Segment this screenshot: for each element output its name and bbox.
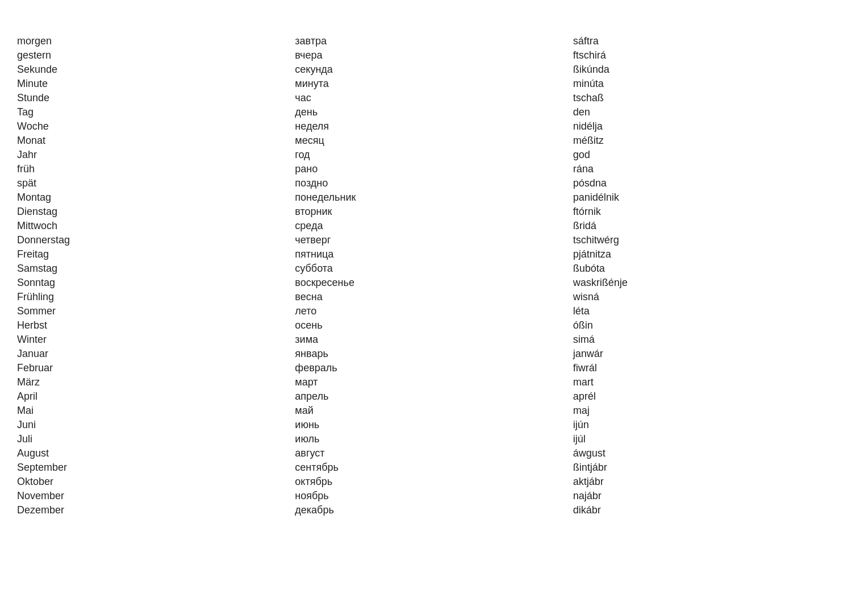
german-word: Mittwoch	[17, 219, 295, 233]
table-row: Winterзимаsimá	[17, 333, 851, 347]
russian-word: месяц	[295, 134, 573, 148]
german-word: Montag	[17, 190, 295, 205]
sorbian-word: méßitz	[573, 134, 851, 148]
german-word: Donnerstag	[17, 233, 295, 247]
german-word: Juni	[17, 418, 295, 432]
german-word: Winter	[17, 333, 295, 347]
table-row: Sonntagвоскресеньеwaskrißénje	[17, 276, 851, 290]
table-row: gesternвчераftschirá	[17, 48, 851, 63]
russian-word: четверг	[295, 233, 573, 247]
sorbian-word: panidélnik	[573, 190, 851, 205]
german-word: Freitag	[17, 247, 295, 262]
table-row: Januarянварьjanwár	[17, 347, 851, 361]
russian-word: поздно	[295, 176, 573, 190]
german-word: Herbst	[17, 318, 295, 333]
sorbian-word: óßin	[573, 318, 851, 333]
sorbian-word: simá	[573, 333, 851, 347]
sorbian-word: nidélja	[573, 119, 851, 134]
russian-word: апрель	[295, 389, 573, 404]
german-word: Minute	[17, 77, 295, 91]
vocabulary-table: morgenзавтраsáftragesternвчераftschiráSe…	[17, 34, 851, 517]
russian-word: сентябрь	[295, 460, 573, 475]
german-word: November	[17, 489, 295, 503]
sorbian-word: janwár	[573, 347, 851, 361]
russian-word: март	[295, 375, 573, 389]
russian-word: рано	[295, 162, 573, 176]
sorbian-word: god	[573, 148, 851, 162]
sorbian-word: mart	[573, 375, 851, 389]
russian-word: октябрь	[295, 475, 573, 489]
table-row: Freitagпятницаpjátnitza	[17, 247, 851, 262]
table-row: Tagденьden	[17, 105, 851, 119]
russian-word: весна	[295, 290, 573, 304]
russian-word: лето	[295, 304, 573, 318]
german-word: Woche	[17, 119, 295, 134]
table-row: Maiмайmaj	[17, 404, 851, 418]
table-row: Aprilапрельaprél	[17, 389, 851, 404]
german-word: Tag	[17, 105, 295, 119]
sorbian-word: fiwrál	[573, 361, 851, 375]
sorbian-word: wisná	[573, 290, 851, 304]
sorbian-word: waskrißénje	[573, 276, 851, 290]
sorbian-word: najábr	[573, 489, 851, 503]
russian-word: февраль	[295, 361, 573, 375]
russian-word: завтра	[295, 34, 573, 48]
table-row: Oktoberоктябрьaktjábr	[17, 475, 851, 489]
table-row: Novemberноябрьnajábr	[17, 489, 851, 503]
sorbian-word: ßintjábr	[573, 460, 851, 475]
german-word: Jahr	[17, 148, 295, 162]
table-row: spätпоздноpósdna	[17, 176, 851, 190]
sorbian-word: aprél	[573, 389, 851, 404]
table-row: Stundeчасtschaß	[17, 91, 851, 105]
russian-word: секунда	[295, 63, 573, 77]
sorbian-word: léta	[573, 304, 851, 318]
german-word: Samstag	[17, 262, 295, 276]
german-word: Dienstag	[17, 205, 295, 219]
table-row: Juniиюньijún	[17, 418, 851, 432]
sorbian-word: tschaß	[573, 91, 851, 105]
russian-word: минута	[295, 77, 573, 91]
russian-word: час	[295, 91, 573, 105]
german-word: Dezember	[17, 503, 295, 517]
german-word: August	[17, 446, 295, 460]
table-row: Augustавгустáwgust	[17, 446, 851, 460]
russian-word: осень	[295, 318, 573, 333]
russian-word: декабрь	[295, 503, 573, 517]
german-word: Juli	[17, 432, 295, 446]
german-word: Frühling	[17, 290, 295, 304]
sorbian-word: ftórnik	[573, 205, 851, 219]
sorbian-word: sáftra	[573, 34, 851, 48]
table-row: Donnerstagчетвергtschitwérg	[17, 233, 851, 247]
table-row: Juliиюльijúl	[17, 432, 851, 446]
russian-word: день	[295, 105, 573, 119]
russian-word: май	[295, 404, 573, 418]
sorbian-word: pósdna	[573, 176, 851, 190]
table-row: Septemberсентябрьßintjábr	[17, 460, 851, 475]
russian-word: год	[295, 148, 573, 162]
russian-word: январь	[295, 347, 573, 361]
russian-word: суббота	[295, 262, 573, 276]
table-row: Märzмартmart	[17, 375, 851, 389]
russian-word: июнь	[295, 418, 573, 432]
table-row: Dezemberдекабрьdikábr	[17, 503, 851, 517]
table-row: Montagпонедельникpanidélnik	[17, 190, 851, 205]
german-word: gestern	[17, 48, 295, 63]
sorbian-word: aktjábr	[573, 475, 851, 489]
german-word: spät	[17, 176, 295, 190]
table-row: Minuteминутаminúta	[17, 77, 851, 91]
sorbian-word: tschitwérg	[573, 233, 851, 247]
sorbian-word: ftschirá	[573, 48, 851, 63]
russian-word: июль	[295, 432, 573, 446]
sorbian-word: ßridá	[573, 219, 851, 233]
sorbian-word: minúta	[573, 77, 851, 91]
german-word: Januar	[17, 347, 295, 361]
table-row: Herbstосеньóßin	[17, 318, 851, 333]
russian-word: вчера	[295, 48, 573, 63]
sorbian-word: pjátnitza	[573, 247, 851, 262]
sorbian-word: maj	[573, 404, 851, 418]
german-word: September	[17, 460, 295, 475]
russian-word: ноябрь	[295, 489, 573, 503]
sorbian-word: dikábr	[573, 503, 851, 517]
russian-word: понедельник	[295, 190, 573, 205]
table-row: Jahrгодgod	[17, 148, 851, 162]
